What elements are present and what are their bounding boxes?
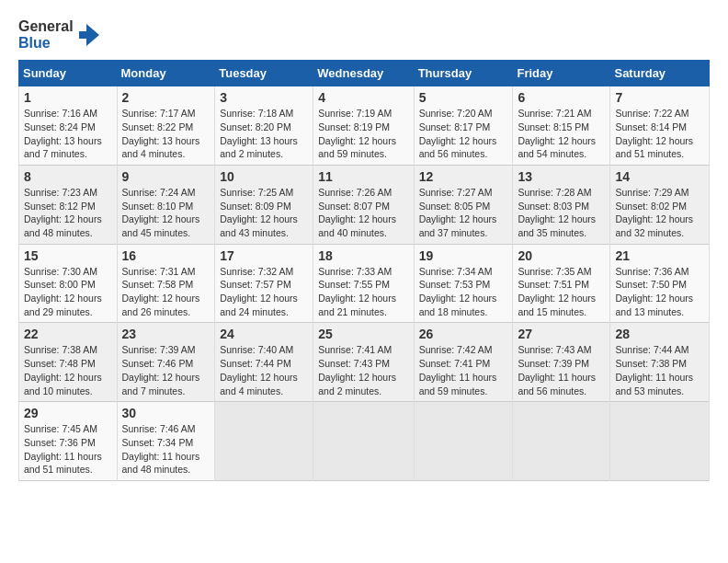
day-number: 28: [615, 327, 704, 341]
calendar-cell: 11 Sunrise: 7:26 AM Sunset: 8:07 PM Dayl…: [313, 165, 414, 244]
day-detail: Sunrise: 7:38 AM Sunset: 7:48 PM Dayligh…: [24, 343, 112, 397]
calendar-cell: 15 Sunrise: 7:30 AM Sunset: 8:00 PM Dayl…: [19, 244, 118, 323]
day-number: 9: [122, 169, 210, 184]
weekday-header-sunday: Sunday: [19, 61, 118, 86]
day-number: 27: [518, 327, 605, 341]
calendar-cell: 27 Sunrise: 7:43 AM Sunset: 7:39 PM Dayl…: [513, 323, 610, 402]
day-number: 11: [318, 169, 408, 184]
day-detail: Sunrise: 7:16 AM Sunset: 8:24 PM Dayligh…: [24, 107, 112, 161]
day-number: 17: [220, 248, 308, 263]
logo: General Blue: [18, 18, 103, 51]
weekday-header-monday: Monday: [117, 61, 215, 86]
logo-general: General: [18, 18, 74, 35]
calendar-cell: 7 Sunrise: 7:22 AM Sunset: 8:14 PM Dayli…: [610, 86, 710, 166]
week-row-5: 29 Sunrise: 7:45 AM Sunset: 7:36 PM Dayl…: [19, 402, 710, 481]
day-number: 30: [122, 406, 210, 420]
day-detail: Sunrise: 7:34 AM Sunset: 7:53 PM Dayligh…: [419, 265, 508, 319]
calendar-cell: 24 Sunrise: 7:40 AM Sunset: 7:44 PM Dayl…: [215, 323, 313, 402]
day-detail: Sunrise: 7:36 AM Sunset: 7:50 PM Dayligh…: [615, 265, 704, 319]
logo-container: General Blue: [18, 18, 74, 51]
day-number: 15: [24, 248, 112, 263]
day-number: 10: [220, 169, 308, 184]
day-detail: Sunrise: 7:21 AM Sunset: 8:15 PM Dayligh…: [518, 107, 605, 161]
day-number: 3: [220, 90, 308, 105]
calendar-cell: 25 Sunrise: 7:41 AM Sunset: 7:43 PM Dayl…: [313, 323, 414, 402]
day-number: 13: [518, 169, 605, 184]
calendar-cell: [513, 402, 610, 481]
calendar-cell: [313, 402, 414, 481]
day-number: 24: [220, 327, 308, 341]
calendar-cell: [215, 402, 313, 481]
calendar-cell: 19 Sunrise: 7:34 AM Sunset: 7:53 PM Dayl…: [414, 244, 513, 323]
day-detail: Sunrise: 7:17 AM Sunset: 8:22 PM Dayligh…: [122, 107, 210, 161]
day-detail: Sunrise: 7:18 AM Sunset: 8:20 PM Dayligh…: [220, 107, 308, 161]
day-detail: Sunrise: 7:32 AM Sunset: 7:57 PM Dayligh…: [220, 265, 308, 319]
day-detail: Sunrise: 7:40 AM Sunset: 7:44 PM Dayligh…: [220, 343, 308, 397]
day-number: 16: [122, 248, 210, 263]
calendar-cell: 26 Sunrise: 7:42 AM Sunset: 7:41 PM Dayl…: [414, 323, 513, 402]
day-detail: Sunrise: 7:20 AM Sunset: 8:17 PM Dayligh…: [419, 107, 508, 161]
day-detail: Sunrise: 7:35 AM Sunset: 7:51 PM Dayligh…: [518, 265, 605, 319]
day-detail: Sunrise: 7:31 AM Sunset: 7:58 PM Dayligh…: [122, 265, 210, 319]
day-number: 8: [24, 169, 112, 184]
calendar-cell: 16 Sunrise: 7:31 AM Sunset: 7:58 PM Dayl…: [117, 244, 215, 323]
weekday-header-tuesday: Tuesday: [215, 61, 313, 86]
calendar-cell: 3 Sunrise: 7:18 AM Sunset: 8:20 PM Dayli…: [215, 86, 313, 166]
logo-blue: Blue: [18, 35, 74, 52]
week-row-1: 1 Sunrise: 7:16 AM Sunset: 8:24 PM Dayli…: [19, 86, 710, 166]
weekday-header-saturday: Saturday: [610, 61, 710, 86]
calendar-cell: 22 Sunrise: 7:38 AM Sunset: 7:48 PM Dayl…: [19, 323, 118, 402]
calendar-cell: 29 Sunrise: 7:45 AM Sunset: 7:36 PM Dayl…: [19, 402, 118, 481]
calendar-cell: 17 Sunrise: 7:32 AM Sunset: 7:57 PM Dayl…: [215, 244, 313, 323]
day-number: 26: [419, 327, 508, 341]
day-detail: Sunrise: 7:23 AM Sunset: 8:12 PM Dayligh…: [24, 186, 112, 240]
day-number: 29: [24, 406, 112, 420]
day-detail: Sunrise: 7:27 AM Sunset: 8:05 PM Dayligh…: [419, 186, 508, 240]
calendar-table: SundayMondayTuesdayWednesdayThursdayFrid…: [18, 60, 710, 481]
day-detail: Sunrise: 7:43 AM Sunset: 7:39 PM Dayligh…: [518, 343, 605, 397]
day-number: 5: [419, 90, 508, 105]
day-detail: Sunrise: 7:39 AM Sunset: 7:46 PM Dayligh…: [122, 343, 210, 397]
calendar-cell: 12 Sunrise: 7:27 AM Sunset: 8:05 PM Dayl…: [414, 165, 513, 244]
day-detail: Sunrise: 7:45 AM Sunset: 7:36 PM Dayligh…: [24, 422, 112, 477]
calendar-cell: 2 Sunrise: 7:17 AM Sunset: 8:22 PM Dayli…: [117, 86, 215, 166]
calendar-cell: 9 Sunrise: 7:24 AM Sunset: 8:10 PM Dayli…: [117, 165, 215, 244]
day-detail: Sunrise: 7:24 AM Sunset: 8:10 PM Dayligh…: [122, 186, 210, 240]
page-header: General Blue: [18, 18, 710, 51]
day-detail: Sunrise: 7:30 AM Sunset: 8:00 PM Dayligh…: [24, 265, 112, 319]
day-detail: Sunrise: 7:44 AM Sunset: 7:38 PM Dayligh…: [615, 343, 704, 397]
day-detail: Sunrise: 7:41 AM Sunset: 7:43 PM Dayligh…: [318, 343, 408, 397]
calendar-cell: 18 Sunrise: 7:33 AM Sunset: 7:55 PM Dayl…: [313, 244, 414, 323]
day-number: 2: [122, 90, 210, 105]
calendar-cell: 14 Sunrise: 7:29 AM Sunset: 8:02 PM Dayl…: [610, 165, 710, 244]
day-detail: Sunrise: 7:29 AM Sunset: 8:02 PM Dayligh…: [615, 186, 704, 240]
calendar-cell: 5 Sunrise: 7:20 AM Sunset: 8:17 PM Dayli…: [414, 86, 513, 166]
day-detail: Sunrise: 7:26 AM Sunset: 8:07 PM Dayligh…: [318, 186, 408, 240]
day-detail: Sunrise: 7:22 AM Sunset: 8:14 PM Dayligh…: [615, 107, 704, 161]
calendar-cell: 8 Sunrise: 7:23 AM Sunset: 8:12 PM Dayli…: [19, 165, 118, 244]
day-number: 18: [318, 248, 408, 263]
day-detail: Sunrise: 7:28 AM Sunset: 8:03 PM Dayligh…: [518, 186, 605, 240]
day-number: 4: [318, 90, 408, 105]
day-detail: Sunrise: 7:25 AM Sunset: 8:09 PM Dayligh…: [220, 186, 308, 240]
calendar-cell: [414, 402, 513, 481]
day-detail: Sunrise: 7:19 AM Sunset: 8:19 PM Dayligh…: [318, 107, 408, 161]
day-number: 23: [122, 327, 210, 341]
weekday-header-row: SundayMondayTuesdayWednesdayThursdayFrid…: [19, 61, 710, 86]
day-number: 12: [419, 169, 508, 184]
day-number: 1: [24, 90, 112, 105]
day-number: 19: [419, 248, 508, 263]
day-number: 6: [518, 90, 605, 105]
calendar-cell: 20 Sunrise: 7:35 AM Sunset: 7:51 PM Dayl…: [513, 244, 610, 323]
weekday-header-friday: Friday: [513, 61, 610, 86]
week-row-2: 8 Sunrise: 7:23 AM Sunset: 8:12 PM Dayli…: [19, 165, 710, 244]
calendar-cell: 6 Sunrise: 7:21 AM Sunset: 8:15 PM Dayli…: [513, 86, 610, 166]
calendar-cell: 13 Sunrise: 7:28 AM Sunset: 8:03 PM Dayl…: [513, 165, 610, 244]
week-row-3: 15 Sunrise: 7:30 AM Sunset: 8:00 PM Dayl…: [19, 244, 710, 323]
calendar-cell: 23 Sunrise: 7:39 AM Sunset: 7:46 PM Dayl…: [117, 323, 215, 402]
day-number: 20: [518, 248, 605, 263]
day-detail: Sunrise: 7:33 AM Sunset: 7:55 PM Dayligh…: [318, 265, 408, 319]
calendar-cell: 28 Sunrise: 7:44 AM Sunset: 7:38 PM Dayl…: [610, 323, 710, 402]
day-number: 22: [24, 327, 112, 341]
weekday-header-wednesday: Wednesday: [313, 61, 414, 86]
